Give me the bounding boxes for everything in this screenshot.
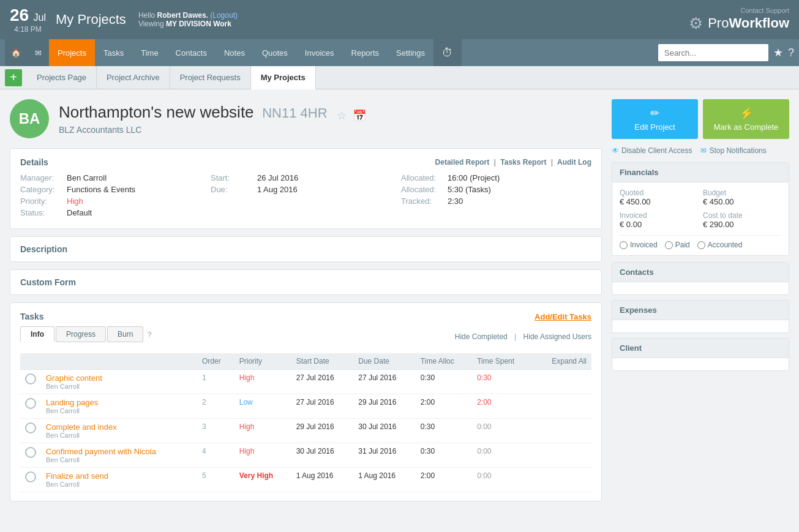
task-complete-radio[interactable] (25, 447, 36, 458)
task-complete-radio[interactable] (25, 422, 36, 433)
help-icon[interactable]: ? (788, 47, 794, 59)
task-name-link[interactable]: Finalize and send (46, 471, 192, 481)
task-expand (533, 443, 591, 468)
nav-home-button[interactable]: 🏠 (5, 39, 27, 66)
contacts-body (612, 282, 789, 294)
paid-radio[interactable] (665, 241, 673, 249)
manager-label: Manager: (20, 173, 63, 182)
due-value: 1 Aug 2016 (257, 185, 298, 194)
disable-client-link[interactable]: 👁 Disable Client Access (612, 146, 692, 155)
tab-projects-page[interactable]: Projects Page (27, 66, 97, 89)
task-help-icon[interactable]: ? (147, 330, 151, 339)
priority-label: Priority: (20, 197, 63, 206)
add-project-button[interactable]: + (5, 69, 22, 86)
task-assignee: Ben Carroll (46, 407, 192, 414)
nav-item-reports[interactable]: Reports (343, 39, 388, 66)
calendar-icon[interactable]: 📅 (353, 109, 366, 122)
nav-timer-button[interactable]: ⏱ (433, 39, 462, 66)
task-complete-radio[interactable] (25, 471, 36, 482)
task-start-date: 1 Aug 2016 (291, 468, 354, 492)
details-grid: Manager: Ben Carroll Category: Functions… (20, 173, 591, 220)
nav-mail-button[interactable]: ✉ (27, 39, 49, 66)
edit-project-button[interactable]: ✏ Edit Project (612, 99, 698, 139)
task-tab-info[interactable]: Info (20, 326, 54, 342)
project-code: NN11 4HR (262, 105, 327, 121)
project-info: Northampton's new website NN11 4HR ☆ 📅 B… (59, 103, 366, 135)
logout-link[interactable]: (Logout) (210, 11, 238, 20)
col-expand-all[interactable]: Expand All (533, 353, 591, 370)
task-due-date: 31 Jul 2016 (353, 443, 416, 468)
task-tab-burn[interactable]: Burn (107, 326, 143, 342)
task-name-link[interactable]: Confirmed payment with Nicola (46, 447, 192, 456)
audit-log-link[interactable]: Audit Log (557, 158, 591, 167)
nav-item-contacts[interactable]: Contacts (167, 39, 216, 66)
description-section: Description (10, 236, 602, 262)
nav-item-quotes[interactable]: Quotes (253, 39, 296, 66)
task-tab-progress[interactable]: Progress (56, 326, 106, 342)
task-order: 1 (197, 370, 234, 394)
status-row: Status: Default (20, 208, 211, 217)
task-radio-cell (20, 419, 41, 443)
task-name-link[interactable]: Complete and index (46, 422, 192, 432)
task-complete-radio[interactable] (25, 373, 36, 384)
start-label: Start: (211, 173, 253, 182)
nav-item-settings[interactable]: Settings (388, 39, 433, 66)
contacts-header[interactable]: Contacts (612, 263, 789, 282)
fin-budget: Budget € 450.00 (703, 189, 781, 206)
nav-item-notes[interactable]: Notes (216, 39, 253, 66)
task-start-date: 27 Jul 2016 (291, 370, 354, 394)
description-title: Description (20, 244, 591, 254)
accounted-radio[interactable] (697, 241, 705, 249)
details-col3: Allocated: 16:00 (Project) Allocated: 5:… (401, 173, 591, 220)
contact-support[interactable]: Contact Support (741, 7, 790, 14)
detailed-report-link[interactable]: Detailed Report (435, 158, 490, 167)
search-input[interactable] (658, 44, 768, 61)
task-name-link[interactable]: Landing pages (46, 398, 192, 407)
header-user: Hello Robert Dawes. (Logout) Viewing MY … (138, 11, 689, 28)
col-time-alloc: Time Alloc (416, 353, 472, 370)
favorites-icon[interactable]: ★ (773, 46, 783, 59)
add-edit-tasks-link[interactable]: Add/Edit Tasks (535, 312, 591, 321)
expenses-section: Expenses (612, 300, 789, 333)
tasks-report-link[interactable]: Tasks Report (500, 158, 546, 167)
nav-item-invoices[interactable]: Invoices (296, 39, 343, 66)
task-assignee: Ben Carroll (46, 456, 192, 463)
paid-checkbox-label[interactable]: Paid (665, 241, 690, 249)
fin-invoiced-label: Invoiced (620, 211, 698, 220)
hide-assigned-link[interactable]: Hide Assigned Users (523, 332, 591, 341)
edit-icon: ✏ (650, 107, 659, 120)
invoiced-radio[interactable] (620, 241, 628, 249)
expenses-header[interactable]: Expenses (612, 301, 789, 320)
nav-item-projects[interactable]: Projects (49, 39, 95, 66)
allocated-project-row: Allocated: 16:00 (Project) (401, 173, 591, 182)
tab-project-archive[interactable]: Project Archive (97, 66, 170, 89)
fin-invoiced-value: € 0.00 (620, 220, 698, 229)
tasks-table-header: Order Priority Start Date Due Date Time … (20, 353, 591, 370)
brand-pro: Pro (708, 15, 729, 31)
nav-item-time[interactable]: Time (132, 39, 167, 66)
mark-complete-button[interactable]: ⚡ Mark as Complete (703, 99, 789, 139)
header-month: Jul (34, 12, 46, 23)
col-radio (20, 353, 41, 370)
tab-project-requests[interactable]: Project Requests (170, 66, 251, 89)
task-time-alloc: 2:00 (416, 468, 472, 492)
category-value: Functions & Events (67, 185, 135, 194)
hide-completed-link[interactable]: Hide Completed (455, 332, 508, 341)
accounted-checkbox-label[interactable]: Accounted (697, 241, 743, 249)
category-label: Category: (20, 185, 63, 194)
star-icon[interactable]: ☆ (337, 109, 347, 122)
nav-item-tasks[interactable]: Tasks (95, 39, 132, 66)
task-complete-radio[interactable] (25, 398, 36, 409)
client-header[interactable]: Client (612, 339, 789, 358)
stop-notifications-link[interactable]: ✉ Stop Notifications (700, 146, 766, 155)
task-start-date: 30 Jul 2016 (291, 443, 354, 468)
invoiced-checkbox-label[interactable]: Invoiced (620, 241, 658, 249)
nav-bar: 🏠 ✉ Projects Tasks Time Contacts Notes Q… (0, 39, 799, 66)
task-start-date: 29 Jul 2016 (291, 419, 354, 443)
allocated-project-value: 16:00 (Project) (448, 173, 500, 182)
task-name-link[interactable]: Graphic content (46, 373, 192, 383)
table-row: Finalize and send Ben Carroll 5 Very Hig… (20, 468, 591, 492)
task-order: 3 (197, 419, 234, 443)
tab-my-projects[interactable]: My Projects (251, 66, 316, 89)
table-row: Landing pages Ben Carroll 2 Low 27 Jul 2… (20, 394, 591, 419)
